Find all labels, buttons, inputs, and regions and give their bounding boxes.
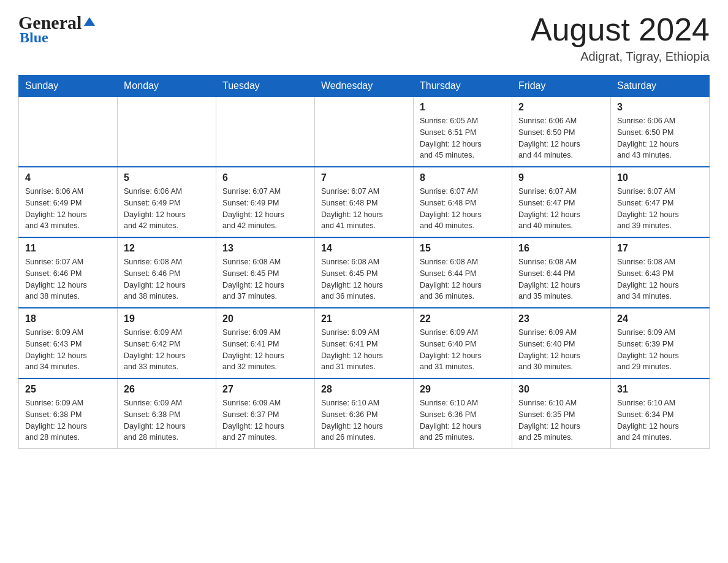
- day-number: 30: [518, 384, 604, 395]
- day-number: 26: [124, 384, 210, 395]
- day-number: 20: [222, 313, 308, 324]
- calendar-header-row: SundayMondayTuesdayWednesdayThursdayFrid…: [19, 75, 710, 97]
- weekday-header-saturday: Saturday: [611, 75, 710, 97]
- calendar-cell: 22Sunrise: 6:09 AM Sunset: 6:40 PM Dayli…: [414, 308, 512, 378]
- calendar-cell: 3Sunrise: 6:06 AM Sunset: 6:50 PM Daylig…: [611, 97, 710, 167]
- day-info: Sunrise: 6:06 AM Sunset: 6:50 PM Dayligh…: [518, 115, 604, 161]
- calendar-week-row: 11Sunrise: 6:07 AM Sunset: 6:46 PM Dayli…: [19, 237, 710, 308]
- svg-marker-0: [84, 17, 95, 26]
- day-number: 9: [518, 172, 604, 183]
- calendar-cell: 12Sunrise: 6:08 AM Sunset: 6:46 PM Dayli…: [118, 237, 216, 308]
- day-info: Sunrise: 6:09 AM Sunset: 6:43 PM Dayligh…: [25, 327, 111, 373]
- day-number: 7: [321, 172, 407, 183]
- day-number: 16: [518, 243, 604, 254]
- calendar-cell: 19Sunrise: 6:09 AM Sunset: 6:42 PM Dayli…: [118, 308, 216, 378]
- page-header: General Blue August 2024 Adigrat, Tigray…: [18, 12, 710, 64]
- calendar-cell: 30Sunrise: 6:10 AM Sunset: 6:35 PM Dayli…: [512, 378, 611, 449]
- calendar-cell: 2Sunrise: 6:06 AM Sunset: 6:50 PM Daylig…: [512, 97, 611, 167]
- calendar-cell: 10Sunrise: 6:07 AM Sunset: 6:47 PM Dayli…: [611, 167, 710, 237]
- calendar-cell: 27Sunrise: 6:09 AM Sunset: 6:37 PM Dayli…: [216, 378, 315, 449]
- day-info: Sunrise: 6:08 AM Sunset: 6:46 PM Dayligh…: [124, 256, 210, 302]
- day-number: 19: [124, 313, 210, 324]
- calendar-week-row: 1Sunrise: 6:05 AM Sunset: 6:51 PM Daylig…: [19, 97, 710, 167]
- day-info: Sunrise: 6:06 AM Sunset: 6:49 PM Dayligh…: [124, 186, 210, 232]
- weekday-header-monday: Monday: [118, 75, 216, 97]
- day-info: Sunrise: 6:10 AM Sunset: 6:36 PM Dayligh…: [420, 397, 506, 443]
- calendar-cell: 21Sunrise: 6:09 AM Sunset: 6:41 PM Dayli…: [315, 308, 414, 378]
- calendar-cell: 18Sunrise: 6:09 AM Sunset: 6:43 PM Dayli…: [19, 308, 118, 378]
- calendar-cell: 31Sunrise: 6:10 AM Sunset: 6:34 PM Dayli…: [611, 378, 710, 449]
- logo: General Blue: [18, 12, 96, 46]
- calendar-cell: 5Sunrise: 6:06 AM Sunset: 6:49 PM Daylig…: [118, 167, 216, 237]
- weekday-header-wednesday: Wednesday: [315, 75, 414, 97]
- calendar-cell: 13Sunrise: 6:08 AM Sunset: 6:45 PM Dayli…: [216, 237, 315, 308]
- day-number: 3: [617, 102, 703, 113]
- day-number: 14: [321, 243, 407, 254]
- calendar-cell: 9Sunrise: 6:07 AM Sunset: 6:47 PM Daylig…: [512, 167, 611, 237]
- calendar-cell: [216, 97, 315, 167]
- location-subtitle: Adigrat, Tigray, Ethiopia: [531, 50, 710, 64]
- calendar-cell: 7Sunrise: 6:07 AM Sunset: 6:48 PM Daylig…: [315, 167, 414, 237]
- calendar-cell: 29Sunrise: 6:10 AM Sunset: 6:36 PM Dayli…: [414, 378, 512, 449]
- day-info: Sunrise: 6:07 AM Sunset: 6:48 PM Dayligh…: [321, 186, 407, 232]
- day-number: 24: [617, 313, 703, 324]
- day-info: Sunrise: 6:07 AM Sunset: 6:49 PM Dayligh…: [222, 186, 308, 232]
- day-number: 5: [124, 172, 210, 183]
- logo-triangle-icon: [83, 15, 96, 28]
- day-info: Sunrise: 6:05 AM Sunset: 6:51 PM Dayligh…: [420, 115, 506, 161]
- day-info: Sunrise: 6:08 AM Sunset: 6:45 PM Dayligh…: [222, 256, 308, 302]
- day-info: Sunrise: 6:09 AM Sunset: 6:41 PM Dayligh…: [321, 327, 407, 373]
- calendar-cell: [315, 97, 414, 167]
- day-info: Sunrise: 6:06 AM Sunset: 6:49 PM Dayligh…: [25, 186, 111, 232]
- day-number: 2: [518, 102, 604, 113]
- weekday-header-sunday: Sunday: [19, 75, 118, 97]
- day-number: 13: [222, 243, 308, 254]
- day-number: 21: [321, 313, 407, 324]
- calendar-cell: 16Sunrise: 6:08 AM Sunset: 6:44 PM Dayli…: [512, 237, 611, 308]
- day-info: Sunrise: 6:08 AM Sunset: 6:45 PM Dayligh…: [321, 256, 407, 302]
- day-info: Sunrise: 6:08 AM Sunset: 6:44 PM Dayligh…: [518, 256, 604, 302]
- day-info: Sunrise: 6:10 AM Sunset: 6:36 PM Dayligh…: [321, 397, 407, 443]
- calendar-cell: 25Sunrise: 6:09 AM Sunset: 6:38 PM Dayli…: [19, 378, 118, 449]
- day-number: 15: [420, 243, 506, 254]
- day-number: 25: [25, 384, 111, 395]
- calendar-cell: 6Sunrise: 6:07 AM Sunset: 6:49 PM Daylig…: [216, 167, 315, 237]
- calendar-cell: 24Sunrise: 6:09 AM Sunset: 6:39 PM Dayli…: [611, 308, 710, 378]
- day-number: 4: [25, 172, 111, 183]
- day-info: Sunrise: 6:10 AM Sunset: 6:35 PM Dayligh…: [518, 397, 604, 443]
- day-info: Sunrise: 6:09 AM Sunset: 6:38 PM Dayligh…: [124, 397, 210, 443]
- day-info: Sunrise: 6:09 AM Sunset: 6:40 PM Dayligh…: [518, 327, 604, 373]
- title-area: August 2024 Adigrat, Tigray, Ethiopia: [531, 12, 710, 64]
- day-info: Sunrise: 6:08 AM Sunset: 6:43 PM Dayligh…: [617, 256, 703, 302]
- weekday-header-tuesday: Tuesday: [216, 75, 315, 97]
- day-info: Sunrise: 6:06 AM Sunset: 6:50 PM Dayligh…: [617, 115, 703, 161]
- calendar-cell: [19, 97, 118, 167]
- day-info: Sunrise: 6:09 AM Sunset: 6:42 PM Dayligh…: [124, 327, 210, 373]
- calendar-cell: 8Sunrise: 6:07 AM Sunset: 6:48 PM Daylig…: [414, 167, 512, 237]
- day-info: Sunrise: 6:09 AM Sunset: 6:38 PM Dayligh…: [25, 397, 111, 443]
- day-number: 27: [222, 384, 308, 395]
- month-year-title: August 2024: [531, 12, 710, 47]
- day-number: 8: [420, 172, 506, 183]
- day-number: 1: [420, 102, 506, 113]
- day-number: 6: [222, 172, 308, 183]
- day-number: 18: [25, 313, 111, 324]
- weekday-header-thursday: Thursday: [414, 75, 512, 97]
- calendar-week-row: 25Sunrise: 6:09 AM Sunset: 6:38 PM Dayli…: [19, 378, 710, 449]
- day-number: 29: [420, 384, 506, 395]
- day-info: Sunrise: 6:09 AM Sunset: 6:39 PM Dayligh…: [617, 327, 703, 373]
- calendar-cell: 1Sunrise: 6:05 AM Sunset: 6:51 PM Daylig…: [414, 97, 512, 167]
- day-number: 31: [617, 384, 703, 395]
- calendar-cell: 23Sunrise: 6:09 AM Sunset: 6:40 PM Dayli…: [512, 308, 611, 378]
- day-number: 12: [124, 243, 210, 254]
- calendar-cell: 28Sunrise: 6:10 AM Sunset: 6:36 PM Dayli…: [315, 378, 414, 449]
- calendar-cell: 17Sunrise: 6:08 AM Sunset: 6:43 PM Dayli…: [611, 237, 710, 308]
- calendar-table: SundayMondayTuesdayWednesdayThursdayFrid…: [18, 75, 710, 449]
- weekday-header-friday: Friday: [512, 75, 611, 97]
- calendar-cell: 11Sunrise: 6:07 AM Sunset: 6:46 PM Dayli…: [19, 237, 118, 308]
- calendar-cell: 20Sunrise: 6:09 AM Sunset: 6:41 PM Dayli…: [216, 308, 315, 378]
- day-number: 17: [617, 243, 703, 254]
- calendar-cell: 15Sunrise: 6:08 AM Sunset: 6:44 PM Dayli…: [414, 237, 512, 308]
- day-number: 22: [420, 313, 506, 324]
- day-number: 28: [321, 384, 407, 395]
